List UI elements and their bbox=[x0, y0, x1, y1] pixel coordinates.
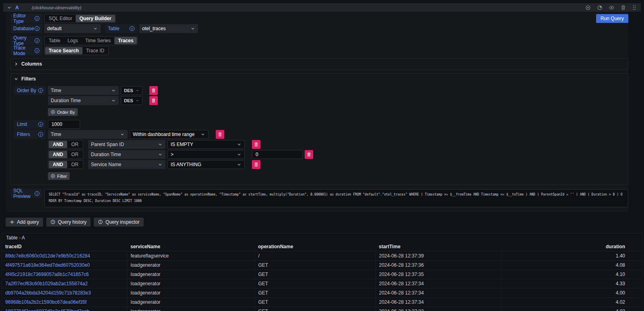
add-query-button[interactable]: Add query bbox=[6, 218, 43, 227]
operation-name-cell: GET bbox=[255, 297, 376, 307]
filter-operator-select[interactable]: Within dashboard time range bbox=[130, 130, 208, 139]
conjunction-or-option[interactable]: OR bbox=[67, 141, 83, 148]
sql-preview-code[interactable]: SELECT "TraceId" as traceID, "ServiceNam… bbox=[44, 189, 628, 207]
history-icon bbox=[50, 219, 56, 224]
trace-id-link[interactable]: 4f497571a618e364ed7ded60752030e0 bbox=[5, 262, 90, 268]
add-filter-button[interactable]: Filter bbox=[48, 172, 70, 180]
collapse-chevron-down-icon[interactable] bbox=[7, 6, 11, 10]
duration-cell: 4.10 bbox=[501, 270, 642, 279]
database-label: Database i bbox=[10, 24, 42, 33]
trace-id-link[interactable]: 1887794f7eaa6037d0e2a4579bcd7acb bbox=[5, 309, 89, 311]
table-select[interactable]: otel_traces bbox=[139, 24, 198, 33]
conjunction-and-option[interactable]: AND bbox=[49, 151, 67, 158]
order-by-direction-select[interactable]: DESC bbox=[121, 86, 142, 95]
info-icon[interactable]: i bbox=[35, 48, 39, 53]
conjunction-or-option[interactable]: OR bbox=[67, 161, 83, 168]
remove-order-by-button[interactable] bbox=[149, 86, 158, 95]
filter-field-select[interactable]: Parent Span ID bbox=[88, 140, 165, 149]
column-header-traceid[interactable]: traceID bbox=[2, 242, 127, 251]
limit-label: Limit i bbox=[14, 120, 46, 129]
query-inspector-button[interactable]: Query inspector bbox=[94, 218, 144, 227]
info-icon[interactable]: i bbox=[38, 122, 43, 127]
query-type-option-traces[interactable]: Traces bbox=[114, 37, 137, 44]
order-by-direction-select[interactable]: DESC bbox=[121, 96, 142, 105]
info-icon[interactable]: i bbox=[130, 26, 134, 31]
chevron-down-icon bbox=[93, 26, 98, 31]
drag-handle-icon[interactable] bbox=[632, 5, 637, 10]
column-header-duration[interactable]: duration bbox=[501, 242, 642, 251]
start-time-cell: 2024-06-28 12:37:39 bbox=[376, 251, 501, 260]
columns-section-header[interactable]: Columns bbox=[14, 61, 625, 67]
remove-filter-button[interactable] bbox=[216, 130, 224, 139]
conjunction-and-option[interactable]: AND bbox=[49, 161, 67, 168]
filter-operator-select[interactable]: > bbox=[167, 150, 245, 159]
info-icon[interactable]: i bbox=[35, 191, 39, 196]
limit-input[interactable] bbox=[48, 120, 80, 129]
start-time-cell: 2024-06-28 12:37:34 bbox=[376, 279, 501, 288]
column-header-operationname[interactable]: operationName bbox=[255, 242, 376, 251]
trash-icon[interactable] bbox=[621, 5, 626, 10]
conjunction-or-option[interactable]: OR bbox=[67, 151, 83, 158]
remove-filter-button[interactable] bbox=[305, 150, 313, 159]
run-query-button[interactable]: Run Query bbox=[596, 14, 628, 23]
chevron-down-icon bbox=[111, 98, 116, 103]
column-header-starttime[interactable]: startTime bbox=[376, 242, 501, 251]
filter-operator-select[interactable]: IS ANYTHING bbox=[167, 160, 245, 169]
filter-field-select[interactable]: Service Name bbox=[88, 160, 165, 169]
trace-id-link[interactable]: 7a2f07ecf63c60b1029ab2ac155874a2 bbox=[5, 281, 88, 286]
editor-type-option-sql-editor[interactable]: SQL Editor bbox=[45, 15, 76, 22]
chevron-down-icon bbox=[200, 132, 205, 137]
chevron-down-icon bbox=[158, 162, 163, 167]
duplicate-icon[interactable] bbox=[597, 5, 603, 10]
filter-value-input[interactable] bbox=[252, 150, 303, 159]
info-icon[interactable]: i bbox=[35, 16, 39, 21]
remove-filter-button[interactable] bbox=[252, 160, 260, 169]
query-type-option-logs[interactable]: Logs bbox=[64, 37, 82, 44]
query-type-row: Query Type i TableLogsTime SeriesTraces bbox=[10, 36, 628, 45]
table-row: 89dc7e8c6060c0d12de7e9b50c216284 feature… bbox=[2, 251, 642, 260]
trash-icon bbox=[254, 162, 258, 167]
filter-field-select[interactable]: Time bbox=[48, 130, 128, 139]
conjunction-and-option[interactable]: AND bbox=[49, 141, 67, 148]
add-order-by-button[interactable]: Order By bbox=[48, 108, 78, 116]
filter-field-select[interactable]: Duration Time bbox=[88, 150, 165, 159]
table-row: 96968b10fa2b2c1590bc67dea06ef35f loadgen… bbox=[2, 297, 642, 307]
trace-id-link[interactable]: db9704a2bbda34204d159c71b78283e3 bbox=[5, 290, 91, 296]
grafana-query-editor-page: A (clickhouse-observability) Editor Type… bbox=[0, 0, 644, 311]
trace-mode-option-trace-id[interactable]: Trace ID bbox=[83, 47, 108, 54]
operation-name-cell: GET bbox=[255, 270, 376, 279]
order-by-field-select[interactable]: Time bbox=[48, 86, 119, 95]
service-name-cell: loadgenerator bbox=[127, 279, 255, 288]
column-header-servicename[interactable]: serviceName bbox=[127, 242, 255, 251]
chevron-down-icon bbox=[237, 152, 242, 157]
editor-type-option-query-builder[interactable]: Query Builder bbox=[76, 15, 115, 22]
query-row-header[interactable]: A (clickhouse-observability) bbox=[3, 3, 641, 12]
trace-mode-label: Trace Mode i bbox=[10, 46, 42, 55]
remove-filter-button[interactable] bbox=[252, 140, 260, 149]
duration-cell: 1.40 bbox=[501, 251, 642, 260]
order-by-extra-rows: Duration Time DESC bbox=[14, 96, 625, 105]
query-editor-section: A (clickhouse-observability) Editor Type… bbox=[3, 3, 641, 227]
order-by-field-select[interactable]: Duration Time bbox=[48, 96, 119, 105]
query-type-option-time-series[interactable]: Time Series bbox=[82, 37, 115, 44]
info-icon[interactable]: i bbox=[35, 26, 39, 31]
eye-icon[interactable] bbox=[609, 5, 615, 10]
info-icon[interactable]: i bbox=[38, 88, 43, 93]
start-time-cell: 2024-06-28 12:37:34 bbox=[376, 288, 501, 297]
info-icon[interactable]: i bbox=[35, 38, 39, 43]
filter-operator-select[interactable]: IS EMPTY bbox=[167, 140, 245, 149]
remove-order-by-button[interactable] bbox=[149, 96, 158, 105]
record-icon[interactable] bbox=[585, 5, 591, 10]
trace-id-link[interactable]: 89dc7e8c6060c0d12de7e9b50c216284 bbox=[5, 253, 90, 259]
info-icon[interactable]: i bbox=[38, 132, 43, 137]
query-type-option-table[interactable]: Table bbox=[45, 37, 64, 44]
query-history-button[interactable]: Query history bbox=[46, 218, 91, 227]
table-row: 7a2f07ecf63c60b1029ab2ac155874a2 loadgen… bbox=[2, 279, 642, 288]
trace-id-link[interactable]: 96968b10fa2b2c1590bc67dea06ef35f bbox=[5, 299, 87, 305]
editor-type-radio-group: SQL EditorQuery Builder bbox=[44, 14, 116, 23]
database-select[interactable]: default bbox=[44, 24, 101, 33]
service-name-cell: featureflagservice bbox=[127, 251, 255, 260]
filters-section-header[interactable]: Filters bbox=[14, 76, 625, 82]
trace-mode-option-trace-search[interactable]: Trace Search bbox=[45, 47, 83, 54]
trace-id-link[interactable]: 4f45c21918c73698057a8b1c741657c6 bbox=[5, 272, 89, 277]
